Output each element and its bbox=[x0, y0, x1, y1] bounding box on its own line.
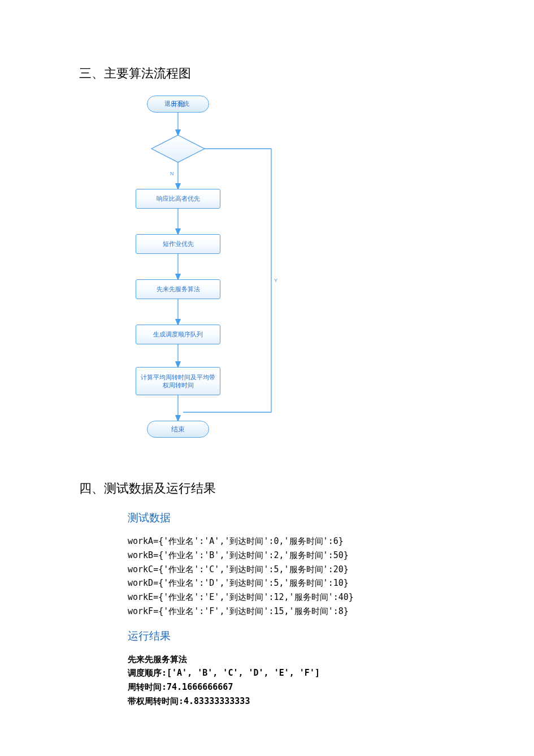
test-data-heading: 测试数据 bbox=[128, 511, 455, 525]
flowchart-svg bbox=[120, 96, 306, 457]
edge-label-yes: Y bbox=[274, 278, 277, 283]
flow-step-4: 生成调度顺序队列 bbox=[136, 325, 220, 344]
flow-end: 结束 bbox=[147, 421, 209, 438]
section-4-heading: 四、测试数据及运行结果 bbox=[79, 480, 455, 497]
result-block: 先来先服务算法 调度顺序:['A', 'B', 'C', 'D', 'E', '… bbox=[128, 653, 455, 709]
svg-marker-1 bbox=[151, 135, 205, 162]
section-3-heading: 三、主要算法流程图 bbox=[79, 65, 455, 82]
flow-step-2: 短作业优先 bbox=[136, 234, 220, 254]
flow-step-1: 响应比高者优先 bbox=[136, 189, 220, 209]
edge-label-no: N bbox=[170, 171, 174, 176]
test-data-block: workA={'作业名':'A','到达时间':0,'服务时间':6} work… bbox=[128, 534, 455, 619]
flow-start: 开始 bbox=[147, 96, 209, 113]
flow-step-5: 计算平均周转时间及平均带权周转时间 bbox=[136, 367, 220, 395]
flowchart: 开始 退出系统 N Y 响应比高者优先 短作业优先 先来先服务算法 生成调度顺序… bbox=[120, 96, 306, 457]
flowchart-container: 开始 退出系统 N Y 响应比高者优先 短作业优先 先来先服务算法 生成调度顺序… bbox=[79, 96, 455, 457]
result-heading: 运行结果 bbox=[128, 629, 455, 643]
flow-step-3: 先来先服务算法 bbox=[136, 279, 220, 299]
